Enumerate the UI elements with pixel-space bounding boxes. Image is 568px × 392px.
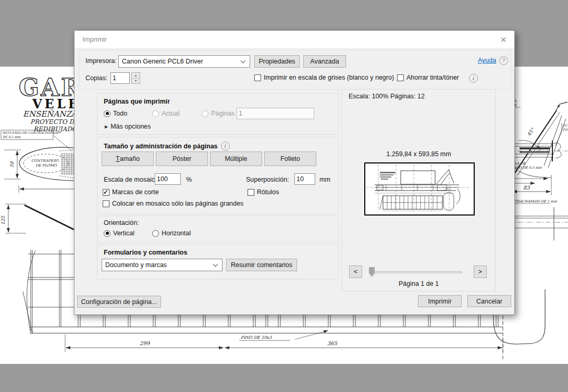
page-preview: [364, 162, 475, 216]
orientation-title: Orientación:: [104, 219, 139, 226]
radio-all-pages[interactable]: Todo: [104, 110, 127, 117]
more-options-toggle[interactable]: Más opciones: [105, 123, 151, 130]
radio-portrait[interactable]: Vertical: [104, 230, 134, 237]
dialog-titlebar: Imprimir: [75, 31, 514, 48]
forms-select[interactable]: Documento y marcas: [102, 259, 223, 271]
summarize-comments-button[interactable]: Resumir comentarios: [226, 259, 297, 271]
radio-pages-icon[interactable]: [202, 110, 208, 117]
help-question-icon[interactable]: [499, 56, 508, 65]
expand-triangle-icon: [105, 124, 108, 129]
prev-page-button[interactable]: <: [349, 265, 362, 278]
page-preview-thumbnail: [365, 163, 472, 212]
cancel-button[interactable]: Cancelar: [467, 295, 511, 307]
radio-current-icon[interactable]: [152, 110, 159, 117]
printer-panel: Impresora: Canon Generic PCL6 Driver Pro…: [79, 50, 511, 90]
angle-45: 45°: [526, 127, 536, 137]
grayscale-checkbox[interactable]: Imprimir en escala de grises (blanco y n…: [254, 74, 394, 81]
grayscale-checkbox-box[interactable]: [254, 74, 261, 81]
pino-label: PINO DE 10x3: [241, 335, 272, 340]
tile-large-checkbox[interactable]: Colocar en mosaico sólo las páginas gran…: [103, 200, 243, 207]
dim-50: 50: [9, 161, 15, 168]
page-info: Página 1 de 1: [342, 280, 495, 287]
size-info-icon[interactable]: [221, 142, 230, 150]
overlap-unit: mm: [319, 176, 330, 183]
printer-label: Impresora:: [85, 57, 117, 65]
labels-checkbox[interactable]: Rótulos: [248, 188, 279, 196]
tile-scale-input[interactable]: [155, 173, 181, 185]
tile-large-checkbox-box[interactable]: [103, 200, 109, 207]
close-icon[interactable]: [500, 36, 507, 43]
forms-box-title: Formularios y comentarios: [104, 249, 187, 256]
toner-info-icon[interactable]: [469, 74, 478, 83]
next-page-button[interactable]: >: [474, 265, 487, 278]
dim-125: 125: [1, 216, 6, 225]
tubo-label-1: TUBO: [563, 123, 568, 127]
copies-label: Copias:: [85, 74, 107, 82]
radio-landscape-icon[interactable]: [152, 230, 159, 237]
toner-checkbox[interactable]: Ahorrar tinta/tóner: [397, 74, 459, 81]
radio-all-icon[interactable]: [104, 110, 110, 117]
radio-portrait-icon[interactable]: [104, 230, 110, 237]
booklet-button[interactable]: Folleto: [264, 151, 316, 166]
stepper-up-icon[interactable]: [132, 73, 140, 79]
advanced-button[interactable]: Avanzada: [303, 55, 346, 68]
toner-checkbox-box[interactable]: [397, 74, 404, 81]
page-slider-thumb[interactable]: [369, 267, 375, 277]
overlap-label: Superposición:: [246, 176, 289, 183]
print-button[interactable]: Imprimir: [418, 295, 462, 307]
orientation-box: Orientación: Vertical Horizontal: [97, 216, 339, 243]
radio-page-range[interactable]: Páginas: [202, 110, 234, 117]
screen: { "dialog": { "title": "Imprimir", "prin…: [0, 0, 568, 392]
print-dialog: Imprimir Impresora: Canon Generic PCL6 D…: [74, 30, 515, 315]
cut-marks-checkbox-box[interactable]: [103, 189, 109, 196]
printer-select[interactable]: Canon Generic PCL6 Driver: [118, 55, 250, 68]
tile-scale-unit: %: [186, 176, 192, 183]
tile-scale-label: Escala de mosaico:: [104, 176, 160, 183]
note-refuerzo-2: DE 0,5 mm: [3, 135, 20, 138]
forms-box: Formularios y comentarios Documento y ma…: [97, 244, 339, 280]
copies-input[interactable]: [110, 72, 130, 84]
page-setup-button[interactable]: Configuración de página...: [77, 296, 161, 308]
page-range-input[interactable]: [237, 108, 314, 119]
dim-299: 299: [140, 340, 151, 346]
size-button[interactable]: Tamaño: [102, 151, 154, 166]
tubo-label-2: PORTA: [563, 128, 568, 131]
dialog-title: Imprimir: [82, 35, 107, 43]
cut-marks-checkbox[interactable]: Marcas de corte: [103, 188, 159, 196]
contrapeso-label-2: DE PLOMO: [35, 163, 57, 168]
radio-landscape[interactable]: Horizontal: [152, 230, 191, 237]
size-box: Tamaño y administración de páginas Tamañ…: [97, 137, 339, 214]
contrachapado-note: NTRACHAPADO DE 1 mm: [512, 199, 557, 204]
size-box-title: Tamaño y administración de páginas: [104, 143, 218, 150]
stepper-down-icon[interactable]: [132, 79, 140, 84]
preview-panel: Escala: 100% Páginas: 12 1.259,84 x 593,…: [342, 89, 496, 292]
dim-83: 83: [523, 185, 530, 191]
overlap-input[interactable]: [294, 173, 315, 185]
help-link[interactable]: Ayuda: [478, 57, 496, 64]
forms-select-value: Documento y marcas: [105, 261, 167, 269]
scale-info: Escala: 100% Páginas: 12: [349, 93, 425, 100]
plan-line-ensenanza: ENSEÑANZA: [23, 109, 78, 119]
printer-select-value: Canon Generic PCL6 Driver: [122, 58, 203, 65]
poster-button[interactable]: Póster: [156, 151, 208, 166]
page-dimensions: 1.259,84 x 593,85 mm: [342, 150, 495, 158]
radio-current-page[interactable]: Actual: [152, 110, 180, 117]
pages-box: Páginas que imprimir Todo Actual Páginas…: [97, 93, 339, 135]
pages-box-title: Páginas que imprimir: [104, 98, 170, 105]
page-slider-track[interactable]: [369, 271, 462, 273]
labels-checkbox-box[interactable]: [248, 189, 254, 196]
dim-365: 365: [327, 340, 338, 346]
multiple-button[interactable]: Múltiple: [210, 151, 262, 166]
properties-button[interactable]: Propiedades: [254, 55, 300, 68]
contrapeso-label-1: CONTRAPESO: [31, 159, 59, 163]
copies-stepper[interactable]: [131, 72, 140, 84]
note-refuerzo: REFUERZO DE CONTRACHAPADO: [3, 131, 60, 134]
